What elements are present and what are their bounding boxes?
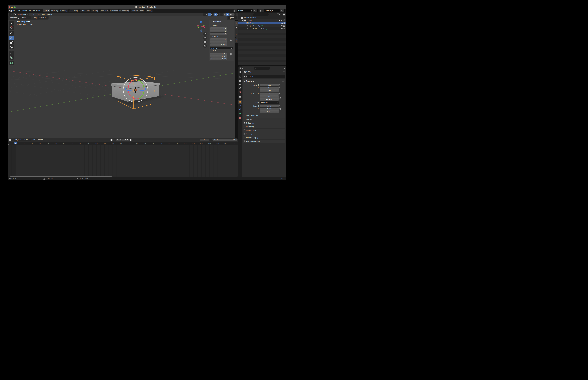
svg-text:Z: Z: [201, 21, 202, 23]
svg-text:X: X: [204, 26, 205, 27]
